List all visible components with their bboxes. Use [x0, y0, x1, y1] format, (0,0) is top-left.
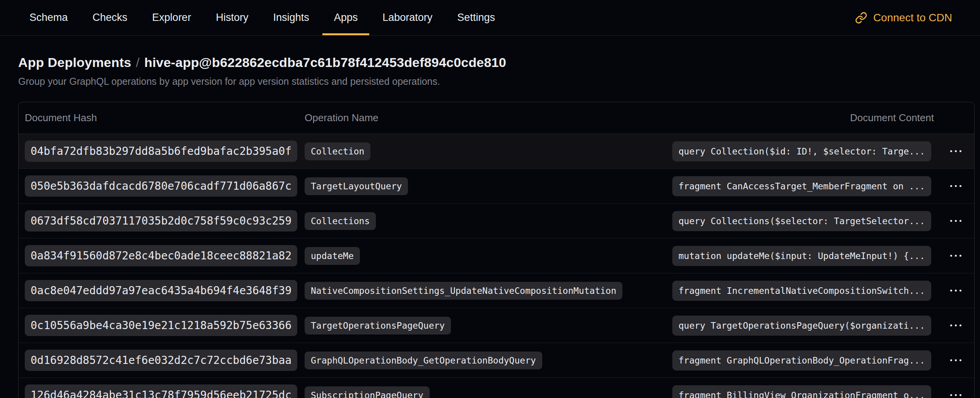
ellipsis-menu-icon [950, 255, 952, 257]
document-hash-pill: 0ac8e047eddd97a97eac6435a4b694f4e3648f39 [25, 280, 297, 301]
table-row: 0d16928d8572c41ef6e032d2c7c72ccbd6e73baa… [19, 343, 974, 378]
deployments-table: Document Hash Operation Name Document Co… [18, 102, 975, 398]
ellipsis-menu-icon [950, 185, 952, 187]
nav-tab-checks[interactable]: Checks [81, 0, 139, 35]
document-hash-pill: 050e5b363dafdcacd6780e706cadf771d06a867c [25, 175, 297, 197]
ellipsis-menu-icon [950, 220, 952, 222]
column-header-document-hash: Document Hash [19, 112, 298, 124]
nav-tabs: Schema Checks Explorer History Insights … [18, 0, 507, 35]
operation-name-pill: Collections [305, 212, 376, 230]
column-header-operation-name: Operation Name [298, 112, 666, 124]
breadcrumb: App Deployments/hive-app@b622862ecdba7c6… [18, 55, 980, 70]
ellipsis-menu-icon [950, 150, 952, 152]
table-header-row: Document Hash Operation Name Document Co… [19, 102, 974, 134]
document-hash-pill: 126d46a4284abe31c13c78f7959d56eeb21725dc [25, 384, 297, 398]
breadcrumb-separator: / [131, 55, 144, 70]
document-content-pill: query Collection($id: ID!, $selector: Ta… [672, 141, 931, 161]
ellipsis-menu-icon [950, 324, 952, 326]
row-menu-button[interactable] [947, 181, 965, 191]
document-hash-pill: 0673df58cd7037117035b2d0c758f59c0c93c259 [25, 210, 297, 232]
row-menu-button[interactable] [947, 321, 965, 330]
table-row: 0a834f91560d872e8c4bec0ade18ceec88821a82… [19, 238, 974, 273]
row-menu-button[interactable] [947, 251, 965, 261]
nav-tab-laboratory[interactable]: Laboratory [371, 0, 444, 35]
row-menu-button[interactable] [947, 355, 965, 365]
operation-name-pill: TargetLayoutQuery [305, 177, 408, 195]
row-menu-button[interactable] [947, 216, 965, 226]
row-menu-button[interactable] [947, 146, 965, 156]
document-content-pill: fragment CanAccessTarget_MemberFragment … [672, 176, 931, 196]
ellipsis-menu-icon [950, 394, 952, 396]
document-content-pill: fragment GraphQLOperationBody_OperationF… [672, 350, 931, 371]
row-menu-button[interactable] [947, 286, 965, 295]
breadcrumb-section: App Deployments [18, 55, 131, 70]
operation-name-pill: GraphQLOperationBody_GetOperationBodyQue… [305, 352, 542, 369]
page-subtitle: Group your GraphQL operations by app ver… [18, 76, 980, 87]
operation-name-pill: Collection [305, 142, 370, 160]
top-navigation: Schema Checks Explorer History Insights … [0, 0, 980, 36]
operation-name-pill: NativeCompositionSettings_UpdateNativeCo… [305, 282, 622, 300]
document-hash-pill: 0c10556a9be4ca30e19e21c1218a592b75e63366 [25, 315, 297, 336]
table-body: 04bfa72dfb83b297dd8a5b6fed9bafac2b395a0f… [19, 134, 974, 398]
nav-tab-schema[interactable]: Schema [18, 0, 79, 35]
nav-tab-settings[interactable]: Settings [445, 0, 507, 35]
nav-tab-apps[interactable]: Apps [322, 0, 370, 35]
document-content-pill: query Collections($selector: TargetSelec… [672, 211, 931, 231]
connect-to-cdn-button[interactable]: Connect to CDN [855, 0, 952, 35]
table-row: 0c10556a9be4ca30e19e21c1218a592b75e63366… [19, 308, 974, 343]
breadcrumb-app-id: hive-app@b622862ecdba7c61b78f412453def89… [144, 55, 506, 70]
table-row: 126d46a4284abe31c13c78f7959d56eeb21725dc… [19, 378, 974, 398]
nav-tab-history[interactable]: History [204, 0, 260, 35]
document-hash-pill: 0a834f91560d872e8c4bec0ade18ceec88821a82 [25, 245, 297, 266]
document-content-pill: fragment IncrementalNativeCompositionSwi… [672, 281, 931, 301]
ellipsis-menu-icon [950, 290, 952, 292]
nav-tab-explorer[interactable]: Explorer [140, 0, 203, 35]
table-row: 0673df58cd7037117035b2d0c758f59c0c93c259… [19, 204, 974, 238]
table-row: 050e5b363dafdcacd6780e706cadf771d06a867c… [19, 169, 974, 204]
table-row: 0ac8e047eddd97a97eac6435a4b694f4e3648f39… [19, 273, 974, 308]
chain-link-icon [855, 12, 867, 24]
document-content-pill: mutation updateMe($input: UpdateMeInput!… [672, 246, 931, 266]
column-header-document-content: Document Content [666, 112, 937, 124]
connect-to-cdn-label: Connect to CDN [873, 12, 952, 24]
table-row: 04bfa72dfb83b297dd8a5b6fed9bafac2b395a0f… [19, 134, 974, 169]
row-menu-button[interactable] [947, 390, 965, 398]
nav-tab-insights[interactable]: Insights [262, 0, 321, 35]
document-content-pill: query TargetOperationsPageQuery($organiz… [672, 316, 931, 336]
ellipsis-menu-icon [950, 359, 952, 361]
operation-name-pill: TargetOperationsPageQuery [305, 317, 451, 335]
operation-name-pill: SubscriptionPageQuery [305, 386, 430, 398]
document-hash-pill: 04bfa72dfb83b297dd8a5b6fed9bafac2b395a0f [25, 141, 297, 162]
main-content: App Deployments/hive-app@b622862ecdba7c6… [0, 55, 980, 398]
document-hash-pill: 0d16928d8572c41ef6e032d2c7c72ccbd6e73baa [25, 350, 297, 371]
document-content-pill: fragment BillingView_OrganizationFragmen… [672, 385, 931, 398]
operation-name-pill: updateMe [305, 247, 360, 265]
